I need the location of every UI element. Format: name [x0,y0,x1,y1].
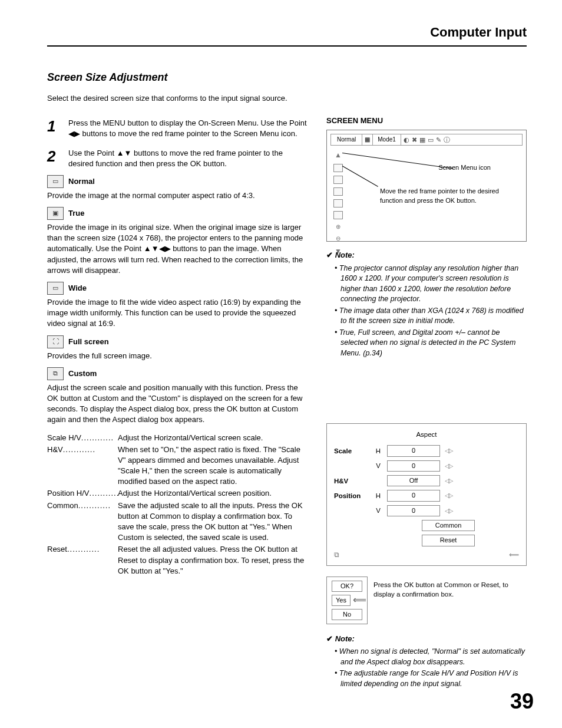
def-term: Scale H/V [47,433,81,442]
screen-icon: ▣ [47,207,64,220]
value-scale-v: 0 [387,460,440,472]
value-hv: Off [387,475,440,486]
def-term: H&V [47,445,63,454]
def-body: Reset the all adjusted values. Press the… [118,544,309,577]
label-h: H [374,446,382,456]
label-v: V [374,461,382,470]
menu-icons: ◐✖▦▭✎ⓘ [401,136,522,144]
ok-question: OK? [332,581,362,592]
intro-text: Select the desired screen size that conf… [47,93,527,104]
step-text: Press the MENU button to display the On-… [68,116,309,139]
zoom-out-icon: ⊖ [336,235,340,243]
note-title: Note: [326,250,527,261]
menu-option-icon [333,187,343,196]
note-item: When no signal is detected, "Normal" is … [335,647,527,667]
feature-label: Wide [68,283,87,294]
up-arrow-icon: ▲ [335,150,342,160]
screen-icon: ⧉ [47,367,64,380]
menu-bar: Normal ▦ Mode1 ◐✖▦▭✎ⓘ [330,134,523,146]
note-list-1: The projector cannot display any resolut… [335,263,527,359]
def-term: Position H/V [47,489,90,498]
note-title: Note: [326,634,527,644]
left-right-icon: ◁▷ [445,462,452,470]
feature-custom: ⧉ Custom [47,367,309,380]
note-item: True, Full screen, and Digital zoom +/– … [335,328,527,359]
menu-option-icon [333,211,343,219]
feature-true: ▣ True [47,207,309,220]
feature-desc: Provide the image in its original size. … [47,222,309,276]
value-scale-h: 0 [387,445,440,456]
feature-label: Custom [68,368,97,379]
screen-icon: ⛶ [47,335,64,348]
menu-left-icons: ▲ ⊕ ⊖ ▼ [333,150,343,256]
def-body: Save the adjusted scale to all the input… [118,500,309,543]
left-right-icon: ◁▷ [445,491,452,500]
screen-menu-figure: Normal ▦ Mode1 ◐✖▦▭✎ⓘ ▲ ⊕ ⊖ ▼ S [326,130,527,242]
menu-tab-normal: Normal [331,134,362,145]
feature-desc: Provide the image to fit the wide video … [47,297,309,330]
callout-screen-menu-icon: Screen Menu icon [438,163,491,172]
label-position: Position [334,491,369,500]
screen-icon: ▭ [47,175,64,188]
def-term: Common [47,501,78,510]
def-scale-hv: Scale H/V Adjust the Horizontal/Vertical… [47,433,309,443]
def-body: When set to "On," the aspect ratio is fi… [118,444,309,487]
feature-normal: ▭ Normal [47,175,309,188]
def-position-hv: Position H/V Adjust the Horizontal/Verti… [47,488,309,499]
label-v: V [374,506,382,515]
button-common: Common [422,520,475,531]
feature-desc: Adjust the screen scale and position man… [47,383,309,426]
def-common: Common Save the adjusted scale to all th… [47,500,309,543]
feature-label: Full screen [68,337,109,347]
feature-label: True [68,208,84,219]
feature-desc: Provide the image at the normal computer… [47,190,309,201]
page-header: Computer Input [47,24,527,47]
step-1: 1 Press the MENU button to display the O… [47,116,309,139]
ok-instruction: Press the OK button at Common or Reset, … [373,577,527,599]
zoom-in-icon: ⊕ [336,223,340,231]
def-hv: H&V When set to "On," the aspect ratio i… [47,444,309,487]
label-h: H [374,491,382,500]
menu-mode: Mode1 [373,134,401,145]
custom-icon: ⧉ [334,550,339,559]
step-number: 1 [47,116,68,139]
value-position-h: 0 [387,490,440,501]
feature-desc: Provides the full screen image. [47,351,309,361]
note-item: The image data other than XGA (1024 x 76… [335,306,527,327]
ok-no: No [332,609,362,620]
menu-option-icon [333,164,343,172]
aspect-title: Aspect [334,430,519,439]
def-body: Adjust the Horizontal/Vertical screen sc… [118,433,309,443]
callout-line [342,153,453,169]
screen-menu-title: SCREEN MENU [326,116,527,126]
menu-option-icon [333,176,343,184]
note-item: The adjustable range for Scale H/V and P… [335,668,527,689]
feature-fullscreen: ⛶ Full screen [47,335,309,348]
feature-wide: ▭ Wide [47,282,309,295]
aspect-dialog: Aspect Scale H 0 ◁▷ V 0 ◁▷ H&V Off [326,423,527,566]
value-position-v: 0 [387,505,440,516]
down-arrow-icon: ▼ [335,246,342,256]
note-list-2: When no signal is detected, "Normal" is … [335,647,527,689]
note-item: The projector cannot display any resolut… [335,263,527,305]
section-title: Screen Size Adjustment [47,70,527,85]
left-right-icon: ◁▷ [445,476,452,485]
step-2: 2 Use the Point ▲▼ buttons to move the r… [47,146,309,169]
def-reset: Reset Reset the all adjusted values. Pre… [47,544,309,577]
callout-instruction: Move the red frame pointer to the desire… [380,187,510,205]
def-term: Reset [47,545,67,554]
step-number: 2 [47,146,68,169]
menu-option-icon [333,199,343,207]
back-arrow-icon: ⟸ [509,550,519,559]
label-scale: Scale [334,446,369,456]
left-right-icon: ◁▷ [445,446,452,455]
button-reset: Reset [422,535,475,546]
left-arrow-icon: ⟸ [353,594,366,607]
feature-label: Normal [68,176,95,187]
screen-icon: ▭ [47,282,64,295]
ok-dialog: OK? Yes ⟸ No [326,577,368,624]
callout-line [342,166,378,187]
menu-icon: ▦ [362,134,373,145]
page-number: 39 [510,687,534,716]
step-text: Use the Point ▲▼ buttons to move the red… [68,146,309,169]
